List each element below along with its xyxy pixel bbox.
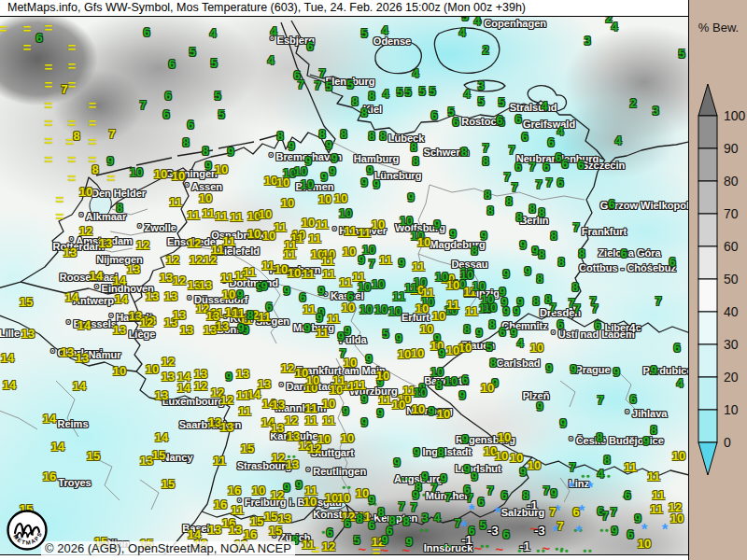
svg-text:60: 60 bbox=[724, 239, 739, 254]
svg-text:80: 80 bbox=[724, 174, 739, 189]
svg-text:40: 40 bbox=[724, 304, 739, 319]
svg-text:30: 30 bbox=[724, 337, 739, 352]
svg-text:50: 50 bbox=[724, 272, 739, 287]
svg-text:0: 0 bbox=[724, 435, 731, 450]
metmaps-weather-app: MetMaps.info, Gfs WW-Symbol, Mos Tempera… bbox=[0, 0, 747, 560]
title-bar: MetMaps.info, Gfs WW-Symbol, Mos Tempera… bbox=[0, 0, 696, 17]
bottom-strip bbox=[0, 555, 688, 560]
svg-text:100: 100 bbox=[724, 108, 746, 123]
metmaps-logo[interactable]: METMAPS bbox=[6, 509, 49, 552]
svg-text:70: 70 bbox=[724, 206, 739, 221]
copyright-text: © 2026 (AGB), OpenStreetMap, NOAA NCEP bbox=[41, 541, 295, 555]
legend-title: % Bew. bbox=[689, 21, 747, 35]
svg-text:90: 90 bbox=[724, 141, 739, 156]
svg-text:20: 20 bbox=[724, 370, 739, 385]
country-borders bbox=[0, 17, 688, 554]
page-title: MetMaps.info, Gfs WW-Symbol, Mos Tempera… bbox=[7, 1, 526, 14]
cloud-cover-colorbar: 1009080706050403020100 bbox=[689, 0, 747, 560]
svg-text:10: 10 bbox=[724, 402, 739, 417]
legend-sidebar: % Bew. 1009080706050403020100 bbox=[688, 0, 747, 560]
map-canvas[interactable] bbox=[0, 17, 688, 555]
